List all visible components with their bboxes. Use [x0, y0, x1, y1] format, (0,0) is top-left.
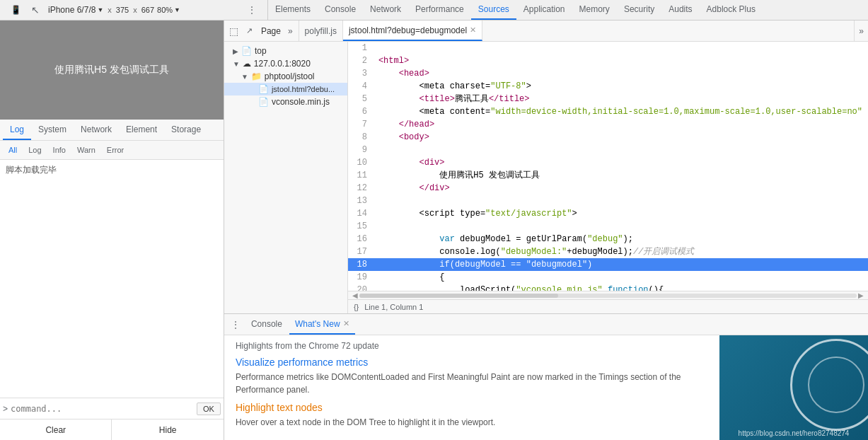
vconsole-clear-button[interactable]: Clear [0, 419, 112, 440]
tab-application[interactable]: Application [516, 0, 572, 20]
section-title-1[interactable]: Visualize performance metrics [236, 357, 708, 368]
vconsole-tab-storage[interactable]: Storage [164, 120, 208, 140]
vconsole-log-area: 脚本加载完毕 [0, 160, 224, 398]
bottom-tab-console[interactable]: Console [245, 314, 288, 335]
scroll-right-arrow[interactable]: ▶ [857, 291, 865, 299]
vconsole-tab-network[interactable]: Network [74, 120, 119, 140]
filter-error[interactable]: Error [101, 141, 129, 159]
vconsole-tabs: Log System Network Element Storage [0, 120, 224, 141]
line-number: 10 [348, 156, 373, 169]
vconsole-hide-button[interactable]: Hide [112, 419, 223, 440]
preview-text: 使用腾讯H5 发包调试工具 [54, 64, 169, 76]
line-number: 14 [348, 207, 373, 220]
page-label[interactable]: Page [258, 26, 284, 36]
filter-warn[interactable]: Warn [71, 141, 101, 159]
line-number: 11 [348, 169, 373, 182]
tab-elements[interactable]: Elements [268, 0, 318, 20]
tab-network[interactable]: Network [363, 0, 408, 20]
tab-performance[interactable]: Performance [408, 0, 471, 20]
line-number: 20 [348, 284, 373, 291]
code-scroll-area[interactable]: 12<html>3 <head>4 <meta charset="UTF-8">… [348, 42, 868, 291]
line-content: console.log("debugModel:"+debugModel);//… [373, 245, 868, 258]
line-content: <html> [373, 54, 868, 67]
tab-audits[interactable]: Audits [661, 0, 699, 20]
bottom-content-area: Highlights from the Chrome 72 update Vis… [224, 335, 868, 440]
file-tab-polyfill[interactable]: polyfill.js [299, 21, 343, 41]
filter-log[interactable]: Log [23, 141, 47, 159]
line-number: 9 [348, 144, 373, 156]
whats-new-highlight: Highlights from the Chrome 72 update [236, 341, 708, 351]
sources-nav-icon[interactable]: ⬚ [227, 24, 241, 38]
vconsole-input[interactable] [11, 404, 197, 414]
promo-image-bg [719, 335, 868, 440]
tab-sources[interactable]: Sources [471, 0, 516, 20]
line-number: 17 [348, 245, 373, 258]
bottom-more-icon[interactable]: ⋮ [227, 320, 244, 330]
line-number: 2 [348, 54, 373, 67]
format-icon[interactable]: {} [354, 303, 359, 311]
tree-item-jstool[interactable]: 📄 jstool.html?debu... [224, 83, 347, 95]
whats-new-panel: Highlights from the Chrome 72 update Vis… [224, 335, 719, 440]
tab-console[interactable]: Console [318, 0, 363, 20]
tree-item-top[interactable]: ▶ 📄 top [224, 45, 347, 57]
circle-graphic-inner [808, 357, 864, 413]
zoom-label: 80% [157, 6, 173, 14]
vconsole-tab-log[interactable]: Log [3, 120, 31, 140]
vconsole-tab-element[interactable]: Element [119, 120, 164, 140]
vconsole-tab-system[interactable]: System [31, 120, 74, 140]
device-toolbar: 📱 ↖ iPhone 6/7/8 ▼ x 375 x 667 80% ▼ ⋮ [3, 0, 268, 20]
file-tab-jstool-close[interactable]: ✕ [470, 25, 476, 35]
zoom-selector[interactable]: 80% ▼ [157, 6, 180, 14]
line-number: 13 [348, 195, 373, 207]
line-content: if(debugModel == "debugmodel") [373, 258, 868, 271]
line-number: 19 [348, 271, 373, 284]
file-tree-more-btn[interactable]: » [285, 26, 296, 36]
line-number: 8 [348, 131, 373, 144]
h-scroll-track[interactable] [359, 294, 857, 298]
tab-security[interactable]: Security [617, 0, 661, 20]
tree-label-jstool: jstool.html?debu... [272, 85, 335, 93]
line-content [373, 144, 868, 156]
tree-item-server[interactable]: ▼ ☁ 127.0.0.1:8020 [224, 57, 347, 70]
tab-adblock[interactable]: Adblock Plus [700, 0, 763, 20]
bottom-tab-whats-new-close[interactable]: ✕ [343, 319, 349, 328]
promo-image-link[interactable]: https://blog.csdn.net/hero82748274 [719, 429, 868, 437]
tab-memory[interactable]: Memory [572, 0, 617, 20]
console-prompt-icon: > [3, 404, 8, 414]
file-tabs-overflow-btn[interactable]: » [854, 21, 868, 41]
section-title-2[interactable]: Highlight text nodes [236, 402, 708, 413]
tree-icon-vconsole: 📄 [258, 97, 269, 107]
line-content: <div> [373, 156, 868, 169]
more-options-icon[interactable]: ⋮ [245, 3, 259, 17]
line-content [373, 42, 868, 54]
filter-all[interactable]: All [3, 141, 23, 159]
file-tab-jstool[interactable]: jstool.html?debug=debugmodel ✕ [343, 21, 482, 41]
line-number: 18 [348, 258, 373, 271]
h-scroll-thumb[interactable] [359, 294, 558, 298]
horizontal-scrollbar[interactable]: ◀ ▶ [348, 291, 868, 299]
bottom-tab-whats-new[interactable]: What's New ✕ [289, 314, 355, 335]
tree-icon-server: ☁ [243, 59, 251, 69]
tree-arrow-server: ▼ [233, 60, 240, 68]
line-content: <head> [373, 67, 868, 80]
file-tabs: polyfill.js jstool.html?debug=debugmodel… [299, 21, 855, 41]
tree-item-folder[interactable]: ▼ 📁 phptool/jstool [224, 70, 347, 83]
scroll-left-arrow[interactable]: ◀ [351, 291, 359, 299]
filter-info[interactable]: Info [47, 141, 71, 159]
log-message: 脚本加载完毕 [6, 163, 218, 178]
vconsole-ok-button[interactable]: OK [197, 403, 221, 415]
sources-inspect-icon[interactable]: ↗ [243, 24, 257, 38]
tree-label-vconsole: vconsole.min.js [272, 97, 330, 107]
device-selector[interactable]: iPhone 6/7/8 ▼ [48, 5, 103, 15]
line-number: 7 [348, 118, 373, 131]
tree-item-vconsole[interactable]: 📄 vconsole.min.js [224, 95, 347, 108]
line-number: 6 [348, 105, 373, 118]
line-number: 15 [348, 220, 373, 233]
line-content [373, 220, 868, 233]
cursor-icon[interactable]: ↖ [28, 3, 42, 17]
device-height-label: 667 [141, 6, 154, 14]
line-number: 1 [348, 42, 373, 54]
file-tree-panel: ▶ 📄 top ▼ ☁ 127.0.0.1:8020 ▼ 📁 phptool/j… [224, 42, 348, 313]
mobile-icon[interactable]: 📱 [8, 3, 23, 17]
file-tabs-bar: ⬚ ↗ Page » polyfill.js jstool.html?debug… [224, 21, 868, 42]
